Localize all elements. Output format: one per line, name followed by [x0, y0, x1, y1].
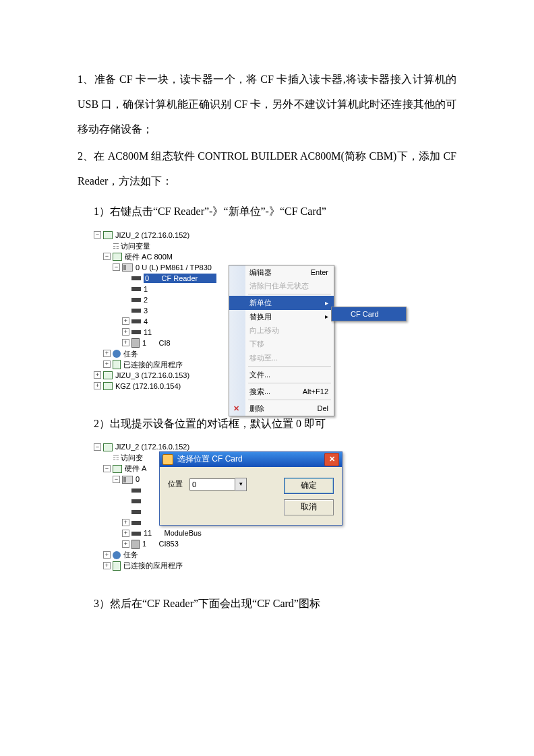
twisty-plus-icon[interactable]: +	[103, 551, 111, 559]
tree-apps[interactable]: 已连接的应用程序	[123, 561, 183, 570]
ctx-file[interactable]: 文件...	[229, 368, 334, 381]
ok-button[interactable]: 确定	[284, 478, 334, 494]
position-input[interactable]	[189, 478, 235, 491]
twisty-plus-icon[interactable]: +	[122, 328, 129, 336]
slot-icon	[131, 532, 141, 536]
slot-icon	[131, 499, 141, 503]
cpu-card-icon	[122, 263, 133, 272]
tree-slot[interactable]: 2	[144, 295, 148, 305]
tasks-icon	[113, 551, 121, 559]
close-button[interactable]: ✕	[324, 453, 339, 466]
twisty-minus-icon[interactable]: −	[113, 263, 120, 271]
slot-icon	[131, 510, 141, 514]
twisty-plus-icon[interactable]: +	[122, 339, 129, 346]
position-combo[interactable]: ▾	[189, 478, 247, 491]
slot-icon	[131, 298, 141, 302]
tree-selected-cfreader[interactable]: 0 CF Reader	[144, 274, 216, 283]
slot-icon	[131, 276, 141, 280]
tree-modulebus[interactable]: ModuleBus	[165, 528, 202, 538]
step-3: 3）然后在“CF Reader”下面会出现“CF Card”图标	[94, 592, 456, 617]
ctx-search[interactable]: 搜索...Alt+F12	[229, 385, 334, 398]
tree-ci[interactable]: 1 CI853	[142, 539, 179, 548]
cancel-button[interactable]: 取消	[284, 499, 334, 515]
module-icon	[131, 338, 140, 348]
node-icon	[103, 382, 113, 390]
tasks-icon	[113, 350, 121, 358]
context-submenu: CF Card	[331, 307, 407, 321]
delete-x-icon: ✕	[233, 404, 239, 413]
tree-tasks[interactable]: 任务	[123, 550, 138, 559]
dialog-select-position: 选择位置 CF Card ✕ 位置 ▾ 确定 取消	[159, 451, 343, 526]
chevron-down-icon[interactable]: ▾	[235, 478, 247, 491]
tree-root[interactable]: JIZU_2 (172.16.0.152)	[115, 442, 189, 451]
slot-icon	[131, 309, 141, 313]
twisty-plus-icon[interactable]: +	[103, 562, 111, 569]
ctx-delete[interactable]: ✕删除Del	[229, 402, 334, 415]
slot-icon	[131, 287, 141, 291]
screenshot-tree-dialog: −JIZU_2 (172.16.0.152) ☶访问变 −硬件 A −0 + +…	[94, 442, 363, 571]
node-icon	[113, 253, 122, 261]
twisty-plus-icon[interactable]: +	[94, 371, 101, 379]
slot-icon	[131, 521, 141, 525]
tree-tasks[interactable]: 任务	[123, 349, 138, 358]
slot-icon	[131, 489, 141, 493]
twisty-plus-icon[interactable]: +	[103, 360, 111, 368]
apps-icon	[113, 561, 121, 571]
twisty-plus-icon[interactable]: +	[122, 317, 129, 325]
ctx-move-up: 向上移动	[229, 323, 334, 337]
step-1: 1）右键点击“CF Reader”-》“新单位”-》“CF Card”	[94, 199, 456, 224]
var-icon: ☶	[113, 453, 119, 462]
dialog-title-icon	[162, 454, 173, 465]
var-icon: ☶	[113, 241, 119, 251]
submenu-cf-card[interactable]: CF Card	[332, 307, 406, 321]
ctx-editor[interactable]: 编辑器Enter	[229, 265, 334, 279]
slot-icon	[131, 330, 141, 334]
twisty-plus-icon[interactable]: +	[103, 350, 111, 357]
tree-slot[interactable]: 11	[144, 327, 152, 337]
twisty-plus-icon[interactable]: +	[122, 540, 129, 548]
tree-cpu[interactable]: 0	[136, 474, 140, 484]
tree-apps[interactable]: 已连接的应用程序	[123, 360, 183, 369]
tree-slot[interactable]: 4	[144, 317, 148, 326]
paragraph-2: 2、在 AC800M 组态软件 CONTROL BUILDER AC800M(简…	[78, 144, 456, 194]
twisty-minus-icon[interactable]: −	[103, 253, 111, 260]
ctx-replace[interactable]: 替换用	[229, 310, 334, 323]
twisty-minus-icon[interactable]: −	[113, 476, 120, 483]
twisty-plus-icon[interactable]: +	[122, 530, 129, 537]
twisty-minus-icon[interactable]: −	[103, 465, 111, 472]
ctx-move-to: 移动至...	[229, 351, 334, 365]
tree-hw[interactable]: 硬件 AC 800M	[125, 252, 173, 261]
node-icon	[103, 231, 113, 239]
tree-vars[interactable]: 访问变	[121, 453, 143, 462]
context-menu: 编辑器Enter 清除闩住单元状态 新单位 替换用 向上移动 下移 移动至...…	[229, 265, 334, 416]
tree-ci[interactable]: 1 CI8	[142, 338, 171, 348]
module-icon	[131, 540, 140, 549]
tree-slot[interactable]: 11	[144, 528, 152, 538]
twisty-minus-icon[interactable]: −	[94, 443, 101, 451]
dialog-titlebar[interactable]: 选择位置 CF Card ✕	[160, 452, 342, 467]
cpu-card-icon	[122, 476, 133, 484]
tree-cpu[interactable]: 0 U (L) PM861 / TP830	[136, 263, 212, 272]
node-icon	[103, 443, 113, 451]
tree-root[interactable]: JIZU_2 (172.16.0.152)	[115, 230, 189, 240]
tree-peer[interactable]: KGZ (172.16.0.154)	[115, 381, 181, 391]
twisty-minus-icon[interactable]: −	[94, 231, 101, 239]
tree-vars[interactable]: 访问变量	[121, 241, 150, 251]
paragraph-1: 1、准备 CF 卡一块，读卡器一个，将 CF 卡插入读卡器,将读卡器接入计算机的…	[78, 67, 456, 141]
screenshot-tree-contextmenu: −JIZU_2 (172.16.0.152) ☶访问变量 −硬件 AC 800M…	[94, 230, 363, 391]
twisty-plus-icon[interactable]: +	[94, 382, 101, 389]
slot-icon	[131, 319, 141, 323]
twisty-plus-icon[interactable]: +	[122, 519, 129, 526]
tree-peer[interactable]: JIZU_3 (172.16.0.153)	[115, 371, 189, 380]
ctx-clear-latch: 清除闩住单元状态	[229, 279, 334, 292]
apps-icon	[113, 360, 121, 369]
position-label: 位置	[168, 479, 183, 489]
dialog-title: 选择位置 CF Card	[177, 454, 243, 465]
ctx-move-down: 下移	[229, 337, 334, 350]
tree-slot[interactable]: 3	[144, 306, 148, 315]
tree-hw[interactable]: 硬件 A	[125, 464, 146, 473]
ctx-new-unit[interactable]: 新单位	[229, 296, 334, 309]
node-icon	[113, 465, 122, 473]
node-icon	[103, 371, 113, 379]
tree-slot[interactable]: 1	[144, 284, 148, 294]
